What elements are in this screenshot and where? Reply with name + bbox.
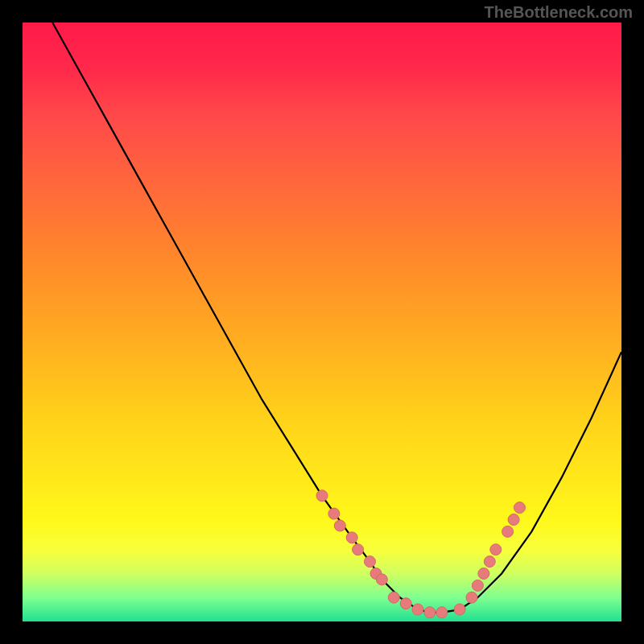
curve-marker — [466, 592, 477, 603]
curve-marker — [334, 520, 345, 531]
curve-marker — [472, 580, 483, 591]
curve-marker — [346, 532, 357, 543]
curve-marker — [412, 604, 423, 615]
curve-marker — [508, 514, 519, 526]
watermark-text: TheBottleneck.com — [485, 3, 633, 22]
curve-marker — [376, 574, 387, 585]
curve-marker — [353, 544, 364, 555]
curve-marker — [514, 502, 526, 514]
curve-marker — [388, 592, 399, 603]
curve-marker — [484, 556, 495, 568]
curve-marker — [365, 556, 376, 568]
curve-marker — [454, 604, 465, 615]
curve-marker — [328, 508, 340, 519]
curve-marker — [478, 568, 489, 580]
curve-marker — [502, 526, 514, 537]
curve-marker — [490, 544, 502, 555]
plot-area — [23, 23, 621, 621]
curve-marker — [436, 607, 448, 618]
curve-marker — [400, 598, 411, 609]
curve-marker — [424, 607, 436, 618]
chart-svg — [23, 23, 621, 621]
curve-markers — [316, 490, 526, 618]
curve-marker — [316, 490, 328, 502]
